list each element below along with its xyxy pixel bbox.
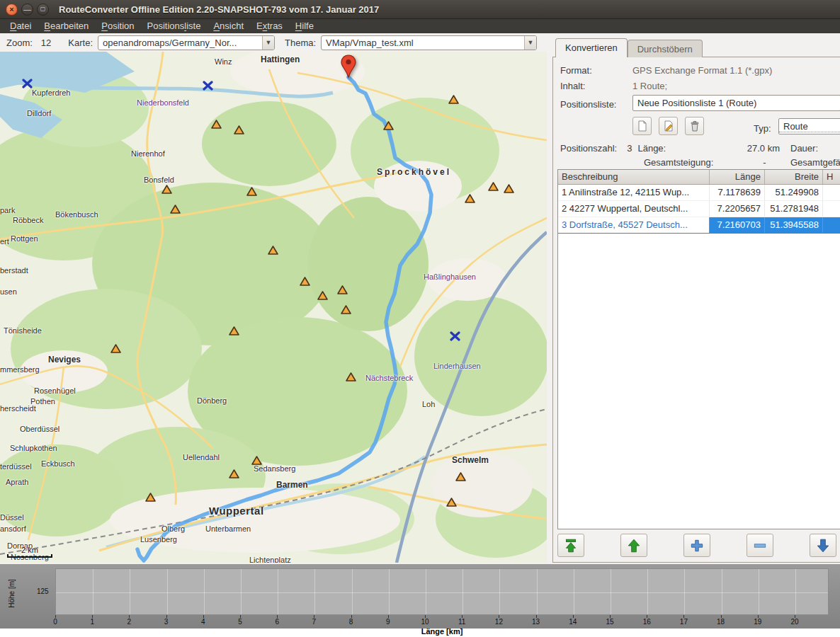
map-view[interactable]: WinzHattingenKupferdrehDilldorfNiederbon… (0, 52, 547, 563)
close-icon: × (9, 6, 13, 13)
move-to-top-button[interactable] (557, 534, 584, 557)
close-button[interactable]: × (6, 4, 18, 16)
x-axis-tick: 14 (569, 618, 577, 626)
delete-positionlist-button[interactable] (685, 117, 704, 135)
gridline (130, 569, 130, 614)
rename-positionlist-button[interactable] (659, 117, 678, 135)
duration-label: Dauer: (790, 143, 818, 154)
x-axis-tickmark (203, 615, 204, 618)
elevation-plot (55, 568, 829, 615)
position-longitude: 7.2160703 (710, 217, 765, 233)
theme-select[interactable]: VMap/Vmap_test.xml ▼ (321, 35, 537, 50)
position-row[interactable]: 3 Dorfstraße, 45527 Deutsch...7.21607035… (558, 217, 840, 234)
tab-konvertieren[interactable]: Konvertieren (555, 38, 628, 57)
gridline (167, 569, 168, 614)
maximize-icon: ▢ (40, 6, 46, 12)
position-row[interactable]: 2 42277 Wuppertal, Deutschl...7.22056575… (558, 201, 840, 217)
length-label: Länge: (637, 143, 666, 154)
column-header-h[interactable]: H (823, 170, 840, 184)
poi-triangle-marker (455, 471, 466, 484)
position-latitude: 51.2781948 (765, 201, 823, 217)
edit-pencil-icon (663, 120, 674, 132)
menu-extras[interactable]: Extras (250, 20, 289, 33)
length-value: 27.0 km (747, 143, 780, 154)
gridline (314, 569, 315, 614)
x-axis-tick: 6 (275, 618, 279, 626)
positions-table-header: BeschreibungLängeBreiteH (558, 170, 840, 185)
positionlist-input[interactable]: Neue Positionsliste 1 (Route) (632, 95, 840, 111)
gridline (462, 569, 463, 614)
gridline (684, 569, 685, 614)
position-latitude: 51.249908 (765, 185, 823, 200)
maximize-button[interactable]: ▢ (37, 4, 49, 16)
poi-triangle-marker (161, 184, 172, 197)
route-start-pin[interactable] (340, 54, 357, 81)
move-down-button[interactable] (810, 534, 836, 557)
poi-triangle-marker (145, 492, 156, 505)
length-value-row: 27.0 km (732, 141, 780, 155)
elevation-y-axis-label: Höhe [m] (8, 573, 16, 615)
poi-triangle-marker (346, 372, 356, 384)
x-axis-tick: 3 (164, 618, 169, 626)
position-action-bar (557, 534, 836, 557)
x-axis-tickmark (683, 615, 684, 618)
x-axis-tickmark (166, 615, 167, 618)
x-axis-tickmark (425, 615, 426, 618)
type-select[interactable]: Route (778, 118, 840, 134)
menu-hilfe[interactable]: Hilfe (289, 20, 320, 33)
position-elevation (823, 201, 840, 217)
menu-ansicht[interactable]: Ansicht (207, 20, 250, 33)
menu-datei[interactable]: Datei (4, 20, 38, 33)
tab-durchstoebern[interactable]: Durchstöbern (628, 40, 703, 57)
routeconverter-window: × — ▢ RouteConverter Offline Edition 2.2… (0, 0, 840, 637)
add-position-button[interactable] (683, 534, 710, 557)
gridline (537, 569, 538, 614)
menu-position[interactable]: Position (95, 20, 140, 33)
motorway-junction-icon (22, 79, 33, 91)
toolbar: Zoom: 12 Karte: openandromaps/Germany_No… (0, 33, 549, 52)
menu-bearbeiten[interactable]: Bearbeiten (38, 20, 95, 33)
x-axis-tick: 10 (421, 618, 428, 626)
arrow-up-icon (626, 538, 642, 553)
positionlist-row: Positionsliste: (560, 97, 616, 111)
x-axis-tick: 15 (606, 618, 613, 626)
content-label: Inhalt: (560, 81, 585, 91)
remove-position-button[interactable] (747, 534, 773, 557)
menu-positionsliste[interactable]: Positionsliste (141, 20, 208, 33)
x-axis-tickmark (388, 615, 389, 618)
x-axis-tickmark (499, 615, 499, 618)
map-scale-bar: 2 km (7, 546, 52, 558)
theme-select-label: Thema: (285, 38, 316, 48)
arrow-down-icon (815, 538, 831, 553)
x-axis-tick: 0 (53, 618, 57, 626)
x-axis-tick: 2 (127, 618, 132, 626)
elevation-chart: Höhe [m] 125 012345678910111213141516171… (0, 564, 840, 629)
column-header-beschreibung[interactable]: Beschreibung (558, 170, 710, 184)
chevron-down-icon: ▼ (524, 36, 536, 50)
map-select[interactable]: openandromaps/Germany_Nor... ▼ (98, 35, 275, 50)
new-positionlist-button[interactable] (632, 117, 652, 135)
gridline (389, 569, 390, 614)
column-header-lnge[interactable]: Länge (710, 170, 765, 184)
gridline (795, 569, 796, 614)
map-canvas (0, 52, 547, 563)
type-row: Typ: (754, 121, 771, 135)
column-header-breite[interactable]: Breite (765, 170, 823, 184)
gridline (759, 569, 759, 614)
x-axis-tick: 19 (754, 618, 761, 626)
gridline (611, 569, 611, 614)
map-scale-line (7, 554, 52, 558)
gridline (204, 569, 205, 614)
position-row[interactable]: 1 Anilinstraße 12, 42115 Wup...7.1178639… (558, 185, 840, 201)
x-axis-tickmark (314, 615, 314, 618)
move-up-button[interactable] (620, 534, 647, 557)
minimize-button[interactable]: — (21, 4, 33, 16)
panel-body: Format: GPS Exchange Format 1.1 (*.gpx) … (552, 57, 840, 563)
zoom-label: Zoom: (6, 38, 33, 48)
poi-triangle-marker (337, 285, 348, 297)
gridline (426, 569, 426, 614)
type-value: Route (779, 121, 840, 132)
count-label: Positionszahl: (560, 143, 617, 154)
convert-panel: Konvertieren Durchstöbern Format: GPS Ex… (552, 33, 840, 563)
gridline (93, 569, 93, 614)
